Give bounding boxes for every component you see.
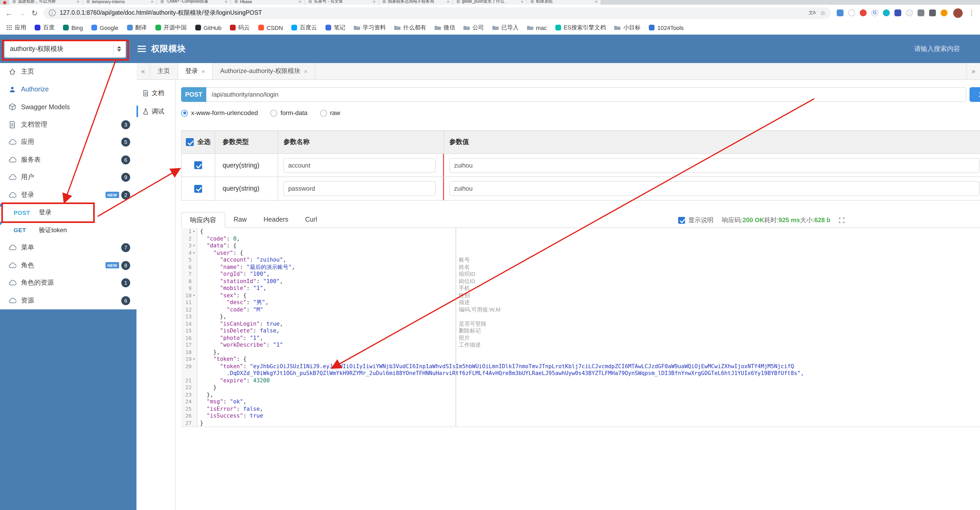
bookmark-item[interactable]: ES搜索引擎文档 [555,24,606,32]
tab-authorize-module[interactable]: Authorize-authority-权限模块 × [213,63,315,79]
radio-form-data[interactable]: form-data [270,109,308,116]
address-bar[interactable]: i 127.0.0.1:8760/api/gate/doc.html#/auth… [43,7,831,19]
bookmark-item[interactable]: 学习资料 [354,24,386,32]
tab-close-icon[interactable]: × [299,0,301,4]
row-checkbox[interactable] [194,161,202,169]
bookmark-item[interactable]: Bing [63,24,83,31]
bookmark-item[interactable]: 百度云 [291,24,317,32]
tab-close-icon[interactable]: × [521,0,523,4]
sidebar-item-service-table[interactable]: 服务表 6 [0,151,137,169]
browser-tab[interactable]: 温故知新，可以为师 × [9,0,83,5]
show-description-toggle[interactable]: 显示说明 [678,215,713,225]
show-description-checkbox[interactable] [678,217,685,223]
bookmark-item[interactable]: 什么都有 [394,24,426,32]
tab-debug[interactable]: 调试 [137,104,175,119]
translate-icon[interactable]: 文A [808,10,815,16]
module-select[interactable]: authority-权限模块 [4,40,126,58]
bookmark-item[interactable]: mac [527,24,547,31]
extension-icon[interactable] [894,10,901,16]
param-name-input[interactable] [283,181,436,196]
sidebar-item-doc-manage[interactable]: 文档管理 3 [0,116,137,134]
tab-response-content[interactable]: 响应内容 [181,212,225,228]
fullscreen-icon[interactable] [839,217,845,223]
bookmark-item[interactable]: 公司 [463,24,484,32]
sidebar-item-role[interactable]: 角色 NEW 8 [0,257,137,274]
back-icon[interactable]: ← [5,9,13,16]
tab-headers[interactable]: Headers [255,212,297,228]
tab-close-icon[interactable]: × [595,0,597,4]
bookmark-item[interactable]: 笔记 [325,24,345,32]
tab-close-icon[interactable]: × [447,0,449,4]
request-url-input[interactable] [206,87,966,102]
site-info-icon[interactable]: i [49,10,56,16]
sidebar-item-user[interactable]: 用户 9 [0,169,137,186]
sidebar-api-verify-token-get[interactable]: GET 验证token [0,222,137,239]
tab-close-icon[interactable]: × [77,0,79,4]
browser-tab[interactable]: "LNMP"-Compose部署 × [157,0,231,5]
tab-login[interactable]: 登录 × [178,63,213,79]
browser-tab[interactable]: Hbase × [231,0,304,5]
tabs-scroll-right-icon[interactable]: » [966,63,980,79]
extension-icon[interactable] [929,10,936,16]
bookmark-item[interactable]: 1024Tools [649,24,684,31]
browser-tab[interactable]: 权限系统 × [527,0,600,5]
tab-document[interactable]: 文档 [137,85,175,101]
browser-menu-icon[interactable]: ⋮ [969,10,975,16]
bookmark-item[interactable]: 百度 [35,24,54,32]
sidebar-item-app[interactable]: 应用 5 [0,134,137,151]
header-search-input[interactable]: 请输入搜索内容 [914,45,973,53]
sidebar-item-menu[interactable]: 菜单 7 [0,239,137,257]
extension-icon[interactable] [918,10,924,16]
sidebar-item-role-resource[interactable]: 角色的资源 1 [0,274,137,292]
reload-icon[interactable]: ↻ [32,9,38,16]
browser-tab[interactable]: 国家税务总局电子税务局 × [379,0,452,5]
radio-x-www-form-urlencoded[interactable]: x-www-form-urlencoded [181,109,258,116]
forward-icon[interactable]: → [18,9,26,16]
bookmark-star-icon[interactable]: ☆ [820,9,826,16]
sidebar-item-swagger-models[interactable]: Swagger Models [0,98,137,116]
extension-icon[interactable] [883,10,890,16]
bookmark-item[interactable]: CSDN [258,24,283,31]
bookmark-item[interactable]: 开源中国 [155,24,187,32]
bookmark-item[interactable]: 翻译 [127,24,147,32]
bookmark-item[interactable]: 已导入 [492,24,519,32]
bookmark-item[interactable]: 应用 [6,24,26,32]
bookmark-item[interactable]: Google [91,24,118,31]
sidebar-item-login-group[interactable]: 登录 NEW 2 [0,186,137,204]
extension-icon[interactable] [848,10,855,16]
select-all-checkbox[interactable] [186,138,194,146]
response-json-viewer[interactable]: 1▾{2 "code": 0,3▾ "data": {4▾ "user": {5… [181,228,980,427]
sidebar-item-home[interactable]: 主页 [0,63,137,81]
tab-curl[interactable]: Curl [297,212,326,228]
sidebar-item-resource[interactable]: 资源 6 [0,292,137,309]
tabs-scroll-left-icon[interactable]: « [137,63,150,79]
extension-icon[interactable]: G [871,10,878,16]
browser-tab[interactable]: 头条号 - 写文章 × [305,0,379,5]
extension-icon[interactable] [906,10,913,16]
extension-icon[interactable] [941,10,947,16]
extension-icon[interactable] [837,10,843,16]
tab-close-icon[interactable]: × [202,68,205,74]
bookmark-item[interactable]: 码云 [230,24,250,32]
param-value-input[interactable] [449,158,980,172]
tab-close-icon[interactable]: × [304,68,307,74]
send-button[interactable]: 发送 [969,87,980,102]
tab-close-icon[interactable]: × [151,0,153,4]
bookmark-item[interactable]: 小目标 [614,24,641,32]
url-text[interactable]: 127.0.0.1:8760/api/gate/doc.html#/author… [60,9,804,17]
bookmark-item[interactable]: GitHub [195,24,221,31]
browser-tab[interactable]: gitlab_push发生了什么 × [453,0,527,5]
param-value-input[interactable] [449,181,980,196]
extension-icon[interactable] [860,10,867,16]
sidebar-api-login-post[interactable]: POST 登录 [0,204,137,222]
bookmark-item[interactable]: 微信 [434,24,455,32]
tab-raw[interactable]: Raw [225,212,255,228]
browser-tab[interactable]: temporary-interns × [83,0,156,5]
tab-close-icon[interactable]: × [373,0,375,4]
tab-close-icon[interactable]: × [225,0,227,4]
row-checkbox[interactable] [194,185,202,193]
menu-toggle-icon[interactable] [137,46,146,52]
tab-home[interactable]: 主页 [150,63,178,79]
profile-avatar[interactable] [953,8,963,18]
param-name-input[interactable] [283,158,436,172]
